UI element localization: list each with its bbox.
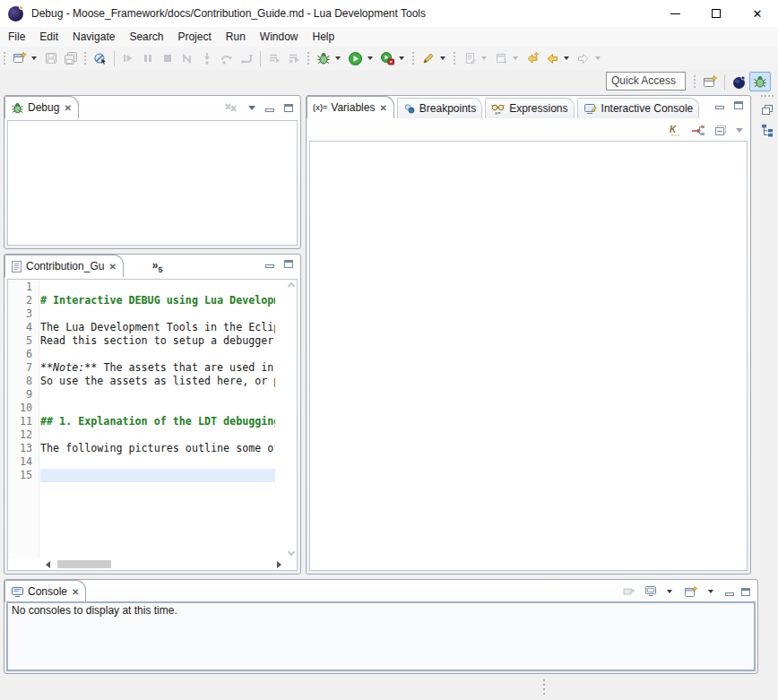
code-line[interactable] bbox=[40, 388, 275, 402]
run-dropdown[interactable] bbox=[367, 56, 373, 60]
coverage-button[interactable] bbox=[377, 48, 397, 68]
code-line[interactable]: **Note:** The assets that are used in bbox=[40, 361, 275, 375]
menu-help[interactable]: Help bbox=[306, 27, 342, 47]
scroll-down-icon[interactable] bbox=[287, 549, 294, 556]
editor-maximize-icon[interactable] bbox=[284, 260, 293, 268]
code-line[interactable] bbox=[40, 469, 275, 482]
tab-variables[interactable]: (x)= Variables ✕ bbox=[307, 96, 394, 118]
tab-editor-close-icon[interactable]: ✕ bbox=[108, 262, 116, 272]
code-line[interactable] bbox=[40, 307, 275, 321]
menu-run[interactable]: Run bbox=[219, 27, 253, 47]
new-wizard-button[interactable] bbox=[10, 48, 30, 68]
scroll-right-icon[interactable] bbox=[277, 561, 281, 568]
skip-all-breakpoints-button[interactable] bbox=[91, 48, 110, 68]
coverage-dropdown[interactable] bbox=[399, 56, 404, 60]
variables-view-menu-icon[interactable] bbox=[736, 128, 743, 133]
quick-access-input[interactable]: Quick Access bbox=[606, 72, 686, 91]
suspend-button[interactable] bbox=[138, 48, 158, 68]
toolbar-handle[interactable] bbox=[4, 52, 6, 65]
outline-view-icon[interactable] bbox=[760, 123, 774, 137]
collapse-all-icon[interactable] bbox=[713, 124, 728, 137]
tab-interactive-console[interactable]: Interactive Console bbox=[577, 98, 700, 118]
code-line[interactable] bbox=[40, 428, 275, 442]
step-over-button[interactable] bbox=[217, 48, 237, 68]
restore-views-icon[interactable] bbox=[760, 103, 774, 117]
statusbar-handle[interactable] bbox=[543, 679, 545, 695]
tab-debug[interactable]: Debug ✕ bbox=[4, 96, 79, 118]
run-button[interactable] bbox=[345, 48, 366, 68]
menu-window[interactable]: Window bbox=[253, 27, 306, 47]
console-maximize-icon[interactable] bbox=[741, 588, 750, 596]
step-into-button[interactable] bbox=[197, 48, 217, 68]
code-line[interactable]: ## 1. Explanation of the LDT debugging bbox=[40, 415, 275, 428]
toolbar-handle[interactable] bbox=[412, 52, 415, 65]
forward-button[interactable] bbox=[574, 48, 593, 68]
code-line[interactable]: The Lua Development Tools in the Eclipse bbox=[40, 321, 275, 334]
back-dropdown[interactable] bbox=[564, 56, 569, 60]
tab-console[interactable]: Console ✕ bbox=[4, 580, 86, 602]
editor-minimize-icon[interactable] bbox=[265, 264, 274, 268]
open-console-dropdown[interactable] bbox=[708, 590, 713, 593]
open-task-dropdown[interactable] bbox=[481, 56, 487, 60]
debug-dropdown[interactable] bbox=[335, 56, 341, 60]
code-line[interactable] bbox=[40, 281, 275, 294]
pin-editor-dropdown[interactable] bbox=[513, 56, 518, 60]
close-button[interactable]: ✕ bbox=[737, 0, 778, 27]
code-line[interactable] bbox=[40, 402, 275, 415]
display-console-dropdown[interactable] bbox=[667, 590, 672, 593]
show-skipped-button[interactable] bbox=[284, 48, 304, 68]
menu-edit[interactable]: Edit bbox=[32, 27, 65, 47]
save-all-button[interactable] bbox=[61, 48, 81, 68]
run-last-tool-dropdown[interactable] bbox=[440, 56, 445, 60]
open-task-button[interactable] bbox=[460, 48, 480, 68]
tab-breakpoints[interactable]: Breakpoints bbox=[397, 98, 482, 118]
tab-expressions[interactable]: x= Expressions bbox=[485, 98, 574, 118]
editor-horizontal-scrollbar[interactable] bbox=[40, 558, 285, 570]
terminate-button[interactable] bbox=[158, 48, 177, 68]
debug-button[interactable] bbox=[314, 48, 333, 68]
minimize-button[interactable] bbox=[654, 0, 696, 27]
forward-dropdown[interactable] bbox=[595, 56, 601, 60]
new-dropdown[interactable] bbox=[31, 56, 37, 60]
console-minimize-icon[interactable] bbox=[725, 592, 734, 596]
tab-editor[interactable]: Contribution_Gu ✕ bbox=[4, 255, 124, 277]
code-line[interactable]: The following pictures outline some of bbox=[40, 442, 275, 455]
code-lines[interactable]: # Interactive DEBUG using Lua Developmen… bbox=[40, 280, 275, 558]
debug-view-menu-icon[interactable] bbox=[248, 106, 255, 110]
tab-debug-close-icon[interactable]: ✕ bbox=[64, 103, 71, 113]
menu-navigate[interactable]: Navigate bbox=[65, 27, 122, 47]
scroll-up-icon[interactable] bbox=[287, 282, 294, 290]
code-line[interactable]: So use the assets as listed here, or p bbox=[40, 375, 275, 388]
menu-file[interactable]: File bbox=[1, 27, 32, 47]
rightbar-handle[interactable] bbox=[761, 95, 774, 97]
last-edit-location-button[interactable] bbox=[523, 48, 542, 68]
show-logical-structures-icon[interactable] bbox=[691, 124, 705, 137]
variables-content[interactable] bbox=[309, 141, 748, 571]
variables-maximize-icon[interactable] bbox=[734, 101, 743, 109]
toolbar-handle[interactable] bbox=[307, 52, 310, 65]
save-button[interactable] bbox=[41, 48, 61, 68]
resume-button[interactable] bbox=[118, 48, 138, 68]
menu-search[interactable]: Search bbox=[122, 27, 170, 47]
code-line[interactable]: # Interactive DEBUG using Lua Developmen… bbox=[40, 294, 275, 307]
run-last-tool-button[interactable] bbox=[419, 48, 438, 68]
code-line[interactable] bbox=[40, 455, 275, 469]
pin-editor-button[interactable] bbox=[491, 48, 511, 68]
toolbar-handle[interactable] bbox=[84, 52, 87, 65]
step-return-button[interactable] bbox=[237, 48, 256, 68]
debug-perspective-button[interactable] bbox=[749, 72, 771, 91]
horizontal-scroll-thumb[interactable] bbox=[57, 560, 111, 568]
code-line[interactable]: Read this section to setup a debugger f bbox=[40, 334, 275, 348]
remove-all-terminated-icon[interactable] bbox=[224, 101, 238, 114]
back-button[interactable] bbox=[542, 48, 562, 68]
pin-console-icon[interactable] bbox=[622, 585, 636, 598]
lua-perspective-button[interactable] bbox=[729, 72, 749, 91]
menu-project[interactable]: Project bbox=[170, 27, 218, 47]
perspective-bar-handle[interactable] bbox=[694, 75, 696, 88]
tab-console-close-icon[interactable]: ✕ bbox=[72, 587, 79, 597]
hidden-editors-chevron[interactable]: »5 bbox=[152, 259, 163, 277]
console-content[interactable]: No consoles to display at this time. bbox=[6, 601, 756, 671]
tab-variables-close-icon[interactable]: ✕ bbox=[379, 103, 386, 113]
open-console-icon[interactable] bbox=[684, 585, 699, 598]
debug-maximize-icon[interactable] bbox=[284, 104, 293, 112]
